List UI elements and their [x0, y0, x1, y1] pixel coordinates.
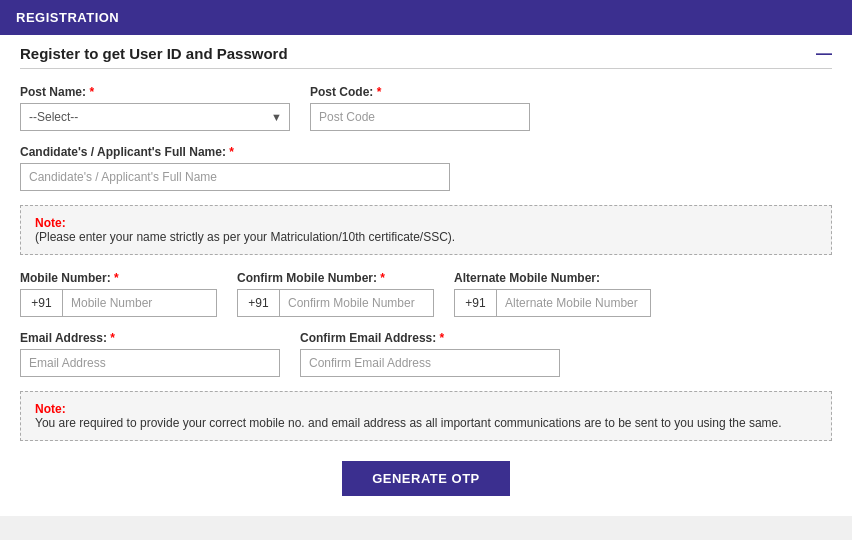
row-mobile: Mobile Number: * +91 Confirm Mobile Numb… — [20, 271, 832, 317]
mobile-label: Mobile Number: * — [20, 271, 217, 285]
required-star-5: * — [380, 271, 385, 285]
confirm-mobile-input[interactable] — [279, 289, 434, 317]
mobile-prefix: +91 — [20, 289, 62, 317]
full-name-input[interactable] — [20, 163, 450, 191]
post-name-select[interactable]: --Select-- — [20, 103, 290, 131]
row-post: Post Name: * --Select-- ▼ Post Code: * — [20, 85, 832, 131]
full-name-label: Candidate's / Applicant's Full Name: * — [20, 145, 450, 159]
note1-label: Note: — [35, 216, 66, 230]
alt-mobile-input[interactable] — [496, 289, 651, 317]
confirm-mobile-label: Confirm Mobile Number: * — [237, 271, 434, 285]
generate-otp-row: GENERATE OTP — [20, 461, 832, 496]
row-email: Email Address: * Confirm Email Address: … — [20, 331, 832, 377]
group-post-name: Post Name: * --Select-- ▼ — [20, 85, 290, 131]
generate-otp-button[interactable]: GENERATE OTP — [342, 461, 510, 496]
note2-label: Note: — [35, 402, 66, 416]
group-alt-mobile: Alternate Mobile Number: +91 — [454, 271, 651, 317]
required-star-4: * — [114, 271, 119, 285]
section-title-bar: Register to get User ID and Password — — [20, 35, 832, 69]
confirm-email-label: Confirm Email Address: * — [300, 331, 560, 345]
email-label: Email Address: * — [20, 331, 280, 345]
post-name-label: Post Name: * — [20, 85, 290, 99]
group-confirm-mobile: Confirm Mobile Number: * +91 — [237, 271, 434, 317]
mobile-phone-group: +91 — [20, 289, 217, 317]
email-input[interactable] — [20, 349, 280, 377]
required-star: * — [89, 85, 94, 99]
post-name-wrapper: --Select-- ▼ — [20, 103, 290, 131]
required-star-2: * — [377, 85, 382, 99]
group-post-code: Post Code: * — [310, 85, 530, 131]
group-confirm-email: Confirm Email Address: * — [300, 331, 560, 377]
header-title: REGISTRATION — [16, 10, 119, 25]
alt-mobile-phone-group: +91 — [454, 289, 651, 317]
row-fullname: Candidate's / Applicant's Full Name: * — [20, 145, 832, 191]
note2-text: You are required to provide your correct… — [35, 416, 782, 430]
section-title: Register to get User ID and Password — [20, 45, 288, 62]
post-code-input[interactable] — [310, 103, 530, 131]
alt-mobile-label: Alternate Mobile Number: — [454, 271, 651, 285]
mobile-input[interactable] — [62, 289, 217, 317]
header-bar: REGISTRATION — [0, 0, 852, 35]
note-box-1: Note: (Please enter your name strictly a… — [20, 205, 832, 255]
confirm-mobile-prefix: +91 — [237, 289, 279, 317]
required-star-6: * — [110, 331, 115, 345]
note-box-2: Note: You are required to provide your c… — [20, 391, 832, 441]
group-mobile: Mobile Number: * +91 — [20, 271, 217, 317]
post-code-label: Post Code: * — [310, 85, 530, 99]
group-full-name: Candidate's / Applicant's Full Name: * — [20, 145, 450, 191]
alt-mobile-prefix: +91 — [454, 289, 496, 317]
minimize-button[interactable]: — — [816, 46, 832, 62]
confirm-mobile-phone-group: +91 — [237, 289, 434, 317]
required-star-7: * — [440, 331, 445, 345]
note1-text: (Please enter your name strictly as per … — [35, 230, 455, 244]
group-email: Email Address: * — [20, 331, 280, 377]
confirm-email-input[interactable] — [300, 349, 560, 377]
required-star-3: * — [229, 145, 234, 159]
page-container: Register to get User ID and Password — P… — [0, 35, 852, 516]
